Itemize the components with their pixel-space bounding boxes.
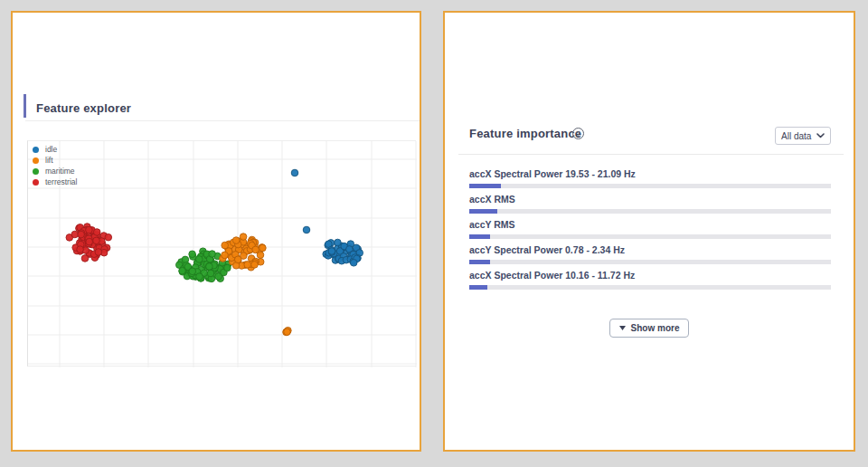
feature-explorer-card: Feature explorer idleliftmaritimeterrest… — [11, 11, 421, 452]
header-divider — [458, 154, 844, 155]
feature-row: accY Spectral Power 0.78 - 2.34 Hz — [469, 244, 831, 264]
feature-importance-card: Feature importance ? All data accX Spect… — [443, 11, 855, 452]
feature-bar-track — [469, 209, 831, 214]
feature-explorer-plot[interactable]: idleliftmaritimeterrestrial — [27, 140, 416, 367]
feature-list: accX Spectral Power 19.53 - 21.09 HzaccX… — [469, 168, 831, 295]
legend-label: terrestrial — [45, 176, 77, 187]
show-more-button[interactable]: Show more — [609, 319, 690, 338]
feature-bar-track — [469, 285, 831, 290]
feature-row: accX Spectral Power 19.53 - 21.09 Hz — [469, 168, 831, 188]
feature-bar-track — [469, 234, 831, 239]
feature-bar-fill — [469, 285, 487, 290]
feature-label: accX RMS — [469, 194, 831, 205]
feature-label: accX Spectral Power 10.16 - 11.72 Hz — [469, 270, 831, 281]
feature-label: accY Spectral Power 0.78 - 2.34 Hz — [469, 244, 831, 256]
feature-bar-track — [469, 184, 831, 188]
scatter-legend: idleliftmaritimeterrestrial — [33, 144, 77, 187]
data-filter-value: All data — [781, 131, 811, 141]
legend-dot — [33, 147, 39, 153]
legend-item-maritime[interactable]: maritime — [33, 166, 77, 176]
feature-explorer-title: Feature explorer — [36, 101, 131, 115]
feature-importance-title: Feature importance — [469, 127, 581, 140]
legend-label: maritime — [45, 166, 75, 176]
legend-item-terrestrial[interactable]: terrestrial — [33, 176, 77, 187]
title-accent-bar — [24, 94, 26, 118]
legend-label: idle — [45, 144, 57, 155]
feature-bar-fill — [469, 234, 490, 239]
help-question-icon[interactable]: ? — [572, 128, 584, 139]
scatter-series-lift[interactable] — [220, 234, 292, 336]
title-divider — [25, 120, 420, 121]
scatter-series-terrestrial[interactable] — [66, 224, 112, 262]
feature-row: accX RMS — [469, 194, 831, 214]
legend-item-lift[interactable]: lift — [33, 155, 77, 166]
feature-label: accX Spectral Power 19.53 - 21.09 Hz — [469, 168, 831, 180]
caret-down-icon — [619, 326, 626, 330]
legend-dot — [33, 179, 39, 186]
feature-row: accY RMS — [469, 219, 831, 239]
scatter-chart[interactable] — [28, 141, 417, 367]
show-more-label: Show more — [631, 323, 680, 333]
feature-label: accY RMS — [469, 219, 831, 231]
legend-dot — [33, 168, 39, 175]
feature-bar-fill — [469, 260, 490, 264]
feature-bar-track — [469, 260, 831, 264]
legend-dot — [33, 157, 39, 164]
chevron-down-icon — [816, 133, 825, 138]
legend-label: lift — [45, 155, 53, 166]
feature-bar-fill — [469, 184, 501, 188]
legend-item-idle[interactable]: idle — [33, 144, 77, 155]
data-filter-select[interactable]: All data — [775, 127, 831, 145]
feature-row: accX Spectral Power 10.16 - 11.72 Hz — [469, 270, 831, 290]
feature-bar-fill — [469, 209, 497, 214]
